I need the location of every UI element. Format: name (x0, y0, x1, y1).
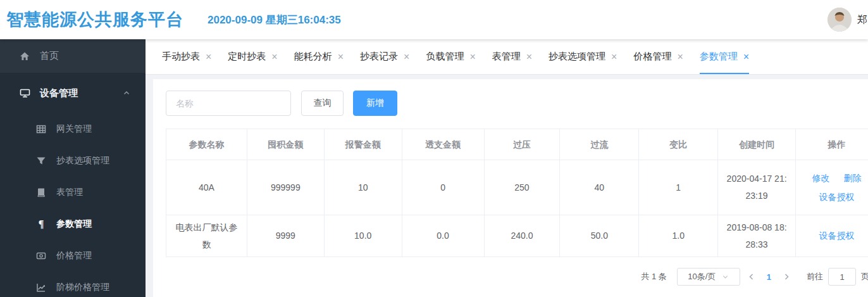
close-tab-icon[interactable]: × (611, 52, 617, 62)
sidebar-device-group: 设备管理 网关管理 抄表选项管理 表管理 ¶ 参数管理 (0, 73, 146, 297)
trend-chart-icon (35, 282, 47, 293)
parameter-management-panel: 查询 新增 参数名称 囤积金额 报警金额 透支金额 过压 过流 变比 创建时间 (153, 79, 868, 297)
close-tab-icon[interactable]: × (469, 52, 475, 62)
col-header-alarm-amount: 报警金额 (324, 129, 402, 160)
tab-load-management[interactable]: 负载管理 × (426, 39, 475, 74)
close-tab-icon[interactable]: × (338, 52, 344, 62)
table-header-row: 参数名称 囤积金额 报警金额 透支金额 过压 过流 变比 创建时间 操作 (166, 129, 868, 160)
cell-overdraft-amount: 0 (402, 160, 484, 215)
tab-label: 价格管理 (633, 51, 671, 63)
cell-overcurrent: 50.0 (560, 215, 639, 257)
add-button[interactable]: 新增 (353, 91, 397, 116)
cell-ratio: 1 (639, 160, 718, 215)
sidebar-item-parameter-management[interactable]: ¶ 参数管理 (0, 208, 146, 240)
close-tab-icon[interactable]: × (404, 52, 409, 62)
avatar[interactable] (828, 8, 852, 32)
pagination: 共 1 条 10条/页 1 前往 页 (166, 268, 868, 286)
tab-meter-management[interactable]: 表管理 × (492, 39, 532, 74)
tab-label: 能耗分析 (294, 51, 332, 63)
tab-label: 表管理 (492, 51, 521, 63)
device-authorize-link[interactable]: 设备授权 (819, 192, 855, 202)
tab-label: 负载管理 (426, 51, 464, 63)
cell-param-name: 电表出厂默认参数 (166, 215, 247, 257)
chevron-down-icon (722, 274, 729, 281)
user-menu[interactable]: 郑 (828, 0, 867, 39)
cell-alarm-amount: 10 (324, 160, 402, 215)
delete-link[interactable]: 删除 (843, 173, 861, 183)
sidebar-item-price-management[interactable]: 价格管理 (0, 240, 146, 272)
col-header-overvoltage: 过压 (484, 129, 560, 160)
cell-hoard-amount: 999999 (247, 160, 324, 215)
goto-label: 前往 (807, 271, 823, 282)
sidebar-item-device-management[interactable]: 设备管理 (0, 73, 146, 113)
goto-page-input[interactable] (828, 268, 856, 286)
tab-price-management[interactable]: 价格管理 × (633, 39, 683, 74)
close-tab-icon[interactable]: × (677, 52, 683, 62)
filter-icon (35, 156, 47, 166)
close-tab-icon[interactable]: × (206, 52, 211, 62)
pilcrow-icon: ¶ (35, 219, 47, 229)
username-label: 郑 (857, 13, 867, 27)
tab-label: 抄表记录 (360, 51, 398, 63)
close-tab-icon[interactable]: × (743, 52, 749, 62)
col-header-actions: 操作 (796, 129, 868, 160)
action-line: 修改 删除 (802, 168, 868, 187)
home-icon (19, 51, 30, 61)
cell-hoard-amount: 9999 (247, 215, 324, 257)
sidebar-item-meter-management[interactable]: 表管理 (0, 177, 146, 208)
sidebar-item-tiered-price-management[interactable]: 阶梯价格管理 (0, 272, 146, 297)
col-header-overcurrent: 过流 (560, 129, 639, 160)
tab-manual-reading[interactable]: 手动抄表 × (162, 39, 211, 74)
close-tab-icon[interactable]: × (526, 52, 532, 62)
cell-overcurrent: 40 (560, 160, 639, 215)
cell-created-at: 2020-04-17 21:23:19 (718, 160, 796, 215)
sidebar-item-gateway-management[interactable]: 网关管理 (0, 113, 146, 145)
cell-actions: 设备授权 (796, 215, 868, 257)
device-authorize-link[interactable]: 设备授权 (819, 231, 855, 241)
tab-energy-analysis[interactable]: 能耗分析 × (294, 39, 344, 74)
tab-label: 定时抄表 (228, 51, 266, 63)
cell-ratio: 1.0 (639, 215, 718, 257)
name-search-input[interactable] (166, 91, 291, 116)
col-header-ratio: 变比 (639, 129, 718, 160)
app-header: 智慧能源公共服务平台 2020-09-09 星期三16:04:35 郑 (0, 0, 868, 39)
cell-overvoltage: 250 (484, 160, 560, 215)
chevron-up-icon (123, 88, 130, 99)
sidebar-item-label: 参数管理 (56, 218, 92, 230)
query-button[interactable]: 查询 (301, 91, 344, 116)
prev-page-button[interactable] (748, 273, 755, 281)
col-header-created-at: 创建时间 (718, 129, 796, 160)
grid-icon (35, 124, 47, 134)
col-header-hoard-amount: 囤积金额 (247, 129, 324, 160)
tab-label: 手动抄表 (162, 51, 200, 63)
sidebar-item-label: 表管理 (56, 187, 83, 198)
cell-alarm-amount: 10.0 (324, 215, 402, 257)
tab-scheduled-reading[interactable]: 定时抄表 × (228, 39, 277, 74)
edit-link[interactable]: 修改 (812, 173, 830, 183)
sidebar-item-label: 价格管理 (56, 250, 92, 262)
tab-meter-option-management[interactable]: 抄表选项管理 × (549, 39, 617, 74)
next-page-button[interactable] (783, 273, 790, 281)
action-line: 设备授权 (802, 187, 868, 206)
sidebar: 首页 设备管理 网关管理 抄表选项管理 (0, 39, 146, 297)
cell-actions: 修改 删除 设备授权 (796, 160, 868, 215)
table-row: 40A 999999 10 0 250 40 1 2020-04-17 21:2… (166, 160, 868, 215)
cell-param-name: 40A (166, 160, 247, 215)
tab-reading-records[interactable]: 抄表记录 × (360, 39, 409, 74)
page-size-value: 10条/页 (688, 271, 716, 282)
tab-parameter-management[interactable]: 参数管理 × (700, 39, 749, 74)
cell-overvoltage: 240.0 (484, 215, 560, 257)
chevron-right-icon (783, 273, 790, 281)
tab-label: 参数管理 (700, 51, 738, 63)
sidebar-item-meter-option-management[interactable]: 抄表选项管理 (0, 145, 146, 177)
close-tab-icon[interactable]: × (271, 52, 277, 62)
search-toolbar: 查询 新增 (166, 91, 868, 116)
header-datetime: 2020-09-09 星期三16:04:35 (208, 13, 341, 27)
sidebar-item-home[interactable]: 首页 (0, 39, 146, 73)
page-number-1[interactable]: 1 (767, 272, 771, 282)
page-size-select[interactable]: 10条/页 (677, 268, 740, 286)
sidebar-item-label: 首页 (40, 50, 59, 62)
tab-bar: 手动抄表 × 定时抄表 × 能耗分析 × 抄表记录 × 负载管理 × 表管理 ×… (146, 39, 868, 75)
cell-created-at: 2019-08-08 18:28:33 (718, 215, 796, 257)
col-header-overdraft-amount: 透支金额 (402, 129, 484, 160)
